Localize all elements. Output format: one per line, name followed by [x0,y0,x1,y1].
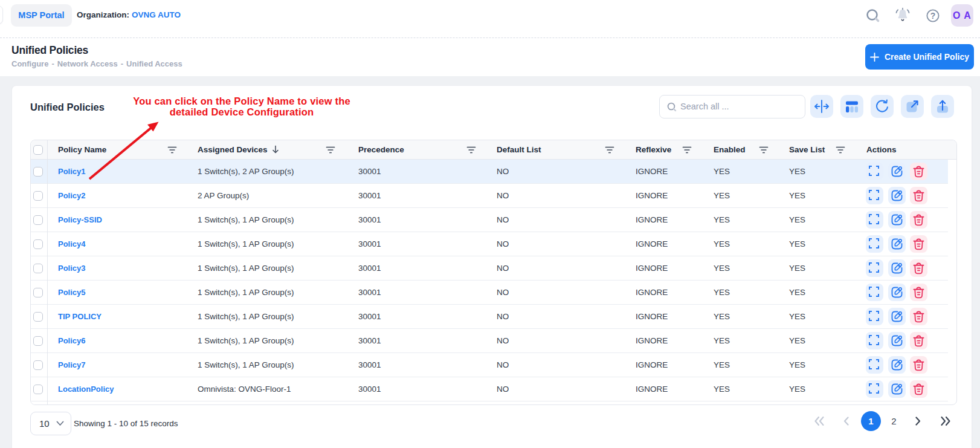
svg-text:?: ? [930,11,936,21]
